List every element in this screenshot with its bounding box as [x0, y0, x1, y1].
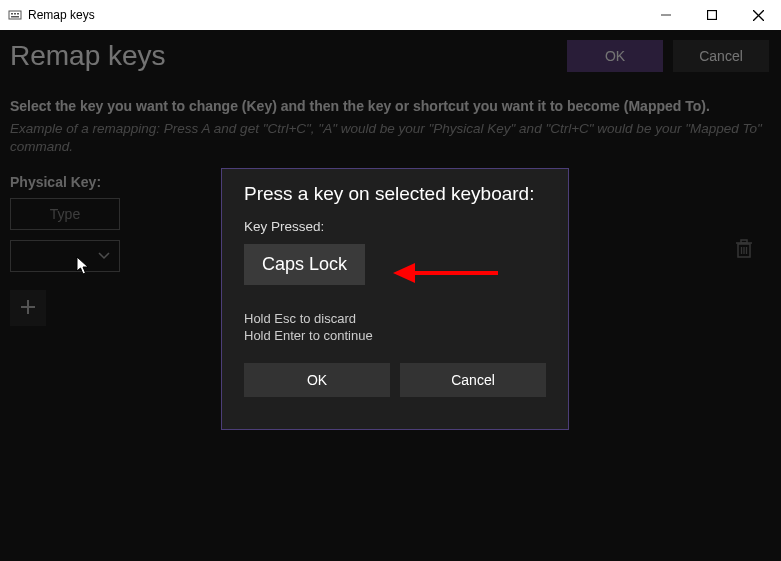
- svg-rect-3: [17, 13, 19, 15]
- dialog-subtitle: Key Pressed:: [244, 219, 546, 234]
- maximize-button[interactable]: [689, 0, 735, 30]
- dialog-title: Press a key on selected keyboard:: [244, 183, 546, 205]
- svg-rect-0: [9, 11, 21, 19]
- svg-rect-1: [11, 13, 13, 15]
- dialog-ok-button[interactable]: OK: [244, 363, 390, 397]
- app-icon: [8, 8, 22, 22]
- titlebar-text: Remap keys: [28, 8, 95, 22]
- svg-rect-6: [708, 11, 717, 20]
- minimize-button[interactable]: [643, 0, 689, 30]
- dialog-cancel-button[interactable]: Cancel: [400, 363, 546, 397]
- dialog-hints: Hold Esc to discard Hold Enter to contin…: [244, 311, 546, 345]
- close-button[interactable]: [735, 0, 781, 30]
- hint-discard: Hold Esc to discard: [244, 311, 546, 328]
- hint-continue: Hold Enter to continue: [244, 328, 546, 345]
- window-controls: [643, 0, 781, 30]
- svg-rect-2: [14, 13, 16, 15]
- key-press-dialog: Press a key on selected keyboard: Key Pr…: [221, 168, 569, 430]
- titlebar: Remap keys: [0, 0, 781, 30]
- key-pressed-chip: Caps Lock: [244, 244, 365, 285]
- svg-rect-4: [11, 16, 19, 18]
